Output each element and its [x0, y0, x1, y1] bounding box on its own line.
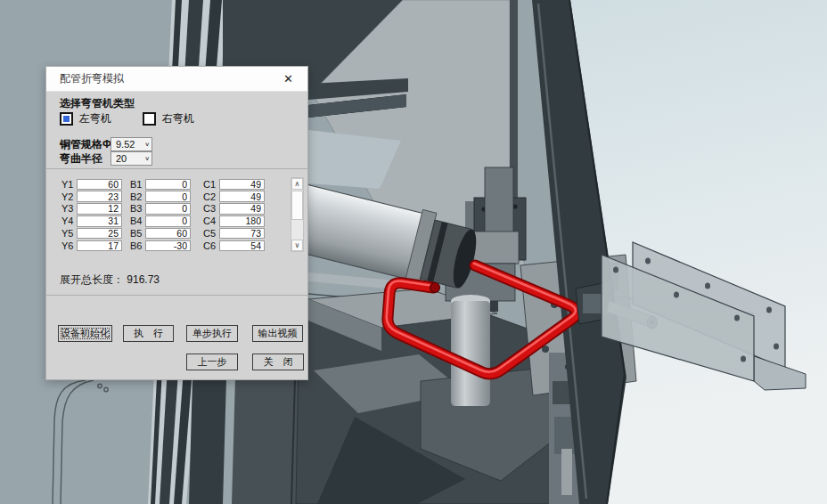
base-columns	[189, 378, 303, 504]
b-input[interactable]	[145, 179, 191, 191]
b-label: B5	[130, 228, 145, 239]
y-label: Y1	[61, 179, 77, 190]
b-input[interactable]	[145, 228, 191, 240]
left-machine-label: 左弯机	[79, 111, 111, 126]
output-video-button[interactable]: 输出视频	[252, 325, 303, 342]
close-icon[interactable]: ✕	[278, 71, 299, 86]
y-label: Y6	[61, 240, 77, 251]
scrollbar-thumb[interactable]	[291, 191, 303, 220]
single-step-button[interactable]: 单步执行	[186, 325, 238, 342]
y-input[interactable]	[77, 203, 122, 215]
previous-step-button[interactable]: 上一步	[186, 354, 238, 370]
c-input[interactable]	[219, 215, 265, 227]
table-row: Y2 B2 C2	[61, 191, 275, 203]
b-input[interactable]	[145, 203, 191, 215]
total-length-label: 展开总长度：	[60, 273, 124, 286]
y-label: Y3	[61, 203, 77, 214]
c-input[interactable]	[219, 240, 265, 252]
y-input[interactable]	[77, 191, 122, 202]
c-label: C2	[203, 191, 219, 202]
table-scrollbar[interactable]: ∧ ∨	[291, 177, 304, 252]
right-machine-checkbox[interactable]	[143, 112, 156, 126]
run-button[interactable]: 执 行	[123, 325, 174, 342]
y-label: Y5	[61, 228, 77, 239]
param-table-rows: Y1 B1 C1 Y2 B2 C2 Y3 B3 C3 Y4 B	[61, 178, 275, 252]
checkbox-fill	[63, 116, 70, 122]
table-row: Y3 B3 C3	[61, 203, 275, 215]
pipe-spec-dropdown[interactable]: 9.52 ∨	[111, 137, 152, 151]
pipe-spec-value: 9.52	[116, 139, 135, 150]
y-label: Y2	[61, 191, 77, 202]
pipe-spec-label: 铜管规格Φ	[60, 137, 111, 152]
dialog-title: 配管折弯模拟	[60, 71, 124, 86]
machine-type-options: 左弯机 右弯机	[60, 111, 194, 126]
pipe-bending-dialog: 配管折弯模拟 ✕ 选择弯管机类型 左弯机 右弯机 铜管规格Φ 9.52 ∨ 弯曲…	[45, 66, 308, 380]
scroll-up-icon[interactable]: ∧	[291, 178, 303, 190]
chevron-down-icon: ∨	[144, 155, 150, 161]
chevron-down-icon: ∨	[144, 141, 150, 147]
c-label: C4	[203, 215, 219, 226]
bend-radius-value: 20	[116, 153, 127, 164]
table-row: Y6 B6 C6	[61, 240, 275, 252]
y-label: Y4	[61, 215, 77, 226]
bend-radius-dropdown[interactable]: 20 ∨	[111, 151, 152, 166]
b-input[interactable]	[145, 191, 191, 202]
table-row: Y1 B1 C1	[61, 178, 275, 191]
b-input[interactable]	[145, 240, 191, 252]
divider-top	[46, 168, 307, 169]
machine-type-label: 选择弯管机类型	[60, 96, 135, 111]
c-input[interactable]	[219, 179, 265, 191]
c-label: C1	[203, 179, 219, 190]
divider-bottom	[46, 295, 307, 296]
right-machine-label: 右弯机	[162, 111, 194, 126]
table-row: Y5 B5 C5	[61, 227, 275, 240]
c-label: C6	[203, 240, 219, 251]
bend-radius-label: 弯曲半径	[60, 151, 102, 167]
b-label: B2	[130, 191, 145, 202]
dialog-titlebar[interactable]: 配管折弯模拟 ✕	[46, 67, 307, 92]
table-row: Y4 B4 C4	[61, 215, 275, 227]
total-length-value: 916.73	[127, 273, 160, 286]
y-input[interactable]	[77, 228, 122, 240]
b-input[interactable]	[145, 215, 191, 227]
close-button[interactable]: 关 闭	[252, 354, 304, 370]
y-input[interactable]	[77, 215, 122, 227]
left-machine-checkbox[interactable]	[60, 112, 73, 126]
c-input[interactable]	[219, 203, 265, 215]
c-input[interactable]	[219, 191, 265, 202]
y-input[interactable]	[77, 179, 122, 191]
c-label: C3	[203, 203, 219, 214]
total-length-row: 展开总长度： 916.73	[60, 272, 160, 288]
b-label: B4	[130, 215, 145, 226]
c-input[interactable]	[219, 228, 265, 240]
clamp-post	[485, 167, 513, 233]
device-init-button[interactable]: 设备初始化	[58, 325, 112, 342]
b-label: B3	[130, 203, 145, 214]
c-label: C5	[203, 228, 219, 239]
b-label: B6	[130, 240, 145, 251]
y-input[interactable]	[77, 240, 122, 252]
b-label: B1	[130, 179, 145, 190]
scroll-down-icon[interactable]: ∨	[291, 240, 303, 251]
